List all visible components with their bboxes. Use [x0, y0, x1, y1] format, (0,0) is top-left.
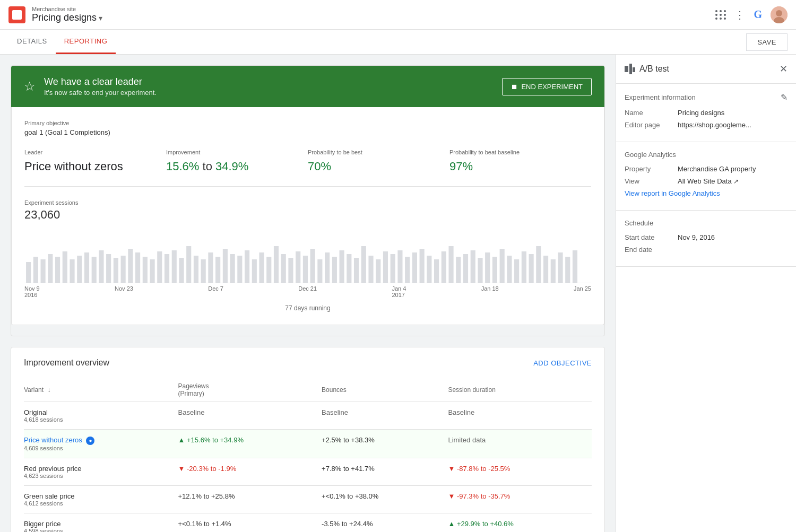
- price-without-zeros-session-duration: Limited data: [448, 430, 592, 458]
- main-layout: ☆ We have a clear leader It's now safe t…: [0, 55, 796, 532]
- user-avatar[interactable]: [771, 6, 788, 23]
- tab-details[interactable]: DETAILS: [8, 30, 56, 54]
- bigger-price-session-duration: ▲ +29.9% to +40.6%: [448, 513, 592, 533]
- svg-rect-7: [55, 257, 60, 283]
- metric-leader-label: Leader: [24, 149, 166, 155]
- svg-rect-39: [288, 258, 293, 283]
- table-row: Red previous price 4,623 sessions ▼ -20.…: [24, 458, 592, 486]
- svg-rect-33: [245, 250, 249, 283]
- svg-rect-16: [121, 256, 126, 283]
- svg-rect-61: [448, 246, 453, 283]
- metric-probability-baseline: Probability to beat baseline 97%: [449, 149, 591, 173]
- ga-view-row: View All Web Site Data ↗: [625, 177, 788, 185]
- variant-original: Original 4,618 sessions: [24, 402, 178, 430]
- app-logo: [8, 6, 25, 23]
- svg-rect-59: [434, 259, 439, 283]
- svg-rect-8: [63, 251, 67, 283]
- schedule-header: Schedule: [625, 219, 788, 227]
- green-sale-bounces: +<0.1% to +38.0%: [322, 486, 448, 513]
- svg-rect-6: [48, 254, 53, 283]
- svg-rect-38: [281, 254, 286, 283]
- metric-prob-best-value: 70%: [308, 160, 449, 173]
- svg-rect-30: [223, 249, 228, 283]
- schedule-section: Schedule Start date Nov 9, 2016 End date: [616, 211, 796, 267]
- info-editor-value: https://shop.googleme...: [678, 121, 788, 129]
- chevron-down-icon[interactable]: ▾: [99, 14, 102, 22]
- svg-rect-21: [157, 251, 162, 283]
- svg-rect-19: [143, 257, 148, 283]
- arrow-down-icon: ▼: [448, 465, 456, 473]
- svg-rect-81: [629, 64, 632, 74]
- improvement-overview-card: Improvement overview ADD OBJECTIVE Varia…: [11, 347, 605, 532]
- leader-banner: ☆ We have a clear leader It's now safe t…: [11, 66, 604, 107]
- chart-label-nov9: Nov 92016: [24, 285, 40, 298]
- svg-rect-66: [485, 252, 490, 283]
- metric-leader: Leader Price without zeros: [24, 149, 166, 173]
- ga-property-label: Property: [625, 165, 678, 173]
- chart-label-dec7: Dec 7: [208, 285, 223, 298]
- svg-rect-42: [310, 249, 315, 283]
- metric-probability-best: Probability to be best 70%: [308, 149, 449, 173]
- sort-icon[interactable]: ↓: [47, 386, 50, 394]
- ga-header: Google Analytics: [625, 151, 788, 159]
- experiment-info-section: Experiment information ✎ Name Pricing de…: [616, 84, 796, 142]
- metric-improvement-label: Improvement: [166, 149, 308, 155]
- add-objective-button[interactable]: ADD OBJECTIVE: [533, 359, 592, 367]
- table-header-row: Variant ↓ Pageviews(Primary) Bounces Ses…: [24, 378, 592, 402]
- info-name-row: Name Pricing designs: [625, 109, 788, 117]
- metric-prob-baseline-label: Probability to beat baseline: [449, 149, 591, 155]
- red-previous-pageviews: ▼ -20.3% to -1.9%: [178, 458, 322, 486]
- col-pageviews: Pageviews(Primary): [178, 378, 322, 402]
- view-ga-report-link[interactable]: View report in Google Analytics: [625, 189, 720, 197]
- svg-rect-76: [558, 252, 563, 283]
- end-experiment-button[interactable]: ⏹ END EXPERIMENT: [502, 78, 592, 95]
- svg-rect-12: [92, 257, 97, 283]
- chart-label-jan4: Jan 42017: [392, 285, 406, 298]
- svg-rect-73: [536, 246, 541, 283]
- bigger-price-bounces: -3.5% to +24.4%: [322, 513, 448, 533]
- sub-navigation: DETAILS REPORTING SAVE: [0, 30, 796, 55]
- more-options-icon[interactable]: ⋮: [734, 8, 745, 21]
- chart-x-labels: Nov 92016 Nov 23 Dec 7 Dec 21 Jan 42017 …: [24, 283, 591, 300]
- experiment-main-card: Primary objective goal 1 (Goal 1 Complet…: [11, 107, 604, 325]
- variant-price-without-zeros: Price without zeros ● 4,609 sessions: [24, 430, 178, 458]
- svg-rect-20: [150, 259, 154, 283]
- red-previous-bounces: +7.8% to +41.7%: [322, 458, 448, 486]
- experiment-info-header: Experiment information ✎: [625, 92, 788, 102]
- metric-improvement: Improvement 15.6% to 34.9%: [166, 149, 308, 173]
- close-icon[interactable]: ✕: [780, 63, 788, 75]
- apps-icon[interactable]: [715, 10, 726, 20]
- primary-objective-value: goal 1 (Goal 1 Completions): [24, 128, 591, 136]
- svg-rect-53: [391, 254, 395, 283]
- svg-rect-75: [551, 259, 556, 283]
- sessions-chart-section: Experiment sessions 23,060: [24, 199, 591, 312]
- variant-green-sale: Green sale price 4,612 sessions: [24, 486, 178, 513]
- col-bounces: Bounces: [322, 378, 448, 402]
- svg-rect-23: [172, 250, 177, 283]
- svg-rect-32: [237, 256, 242, 283]
- svg-rect-60: [442, 251, 446, 283]
- banner-subtitle: It's now safe to end your experiment.: [44, 89, 157, 97]
- ga-title: Google Analytics: [625, 151, 676, 159]
- edit-icon[interactable]: ✎: [781, 92, 788, 102]
- svg-rect-68: [500, 249, 505, 283]
- nav-left: Merchandise site Pricing designs ▾: [8, 6, 102, 23]
- save-button[interactable]: SAVE: [746, 33, 788, 51]
- tab-reporting[interactable]: REPORTING: [56, 30, 116, 54]
- nav-tabs: DETAILS REPORTING: [8, 30, 116, 54]
- chart-label-jan18: Jan 18: [481, 285, 499, 298]
- svg-rect-51: [376, 259, 380, 283]
- svg-rect-82: [633, 67, 635, 72]
- ga-view-label: View: [625, 177, 678, 185]
- original-session-duration: Baseline: [448, 402, 592, 430]
- green-sale-pageviews: +12.1% to +25.8%: [178, 486, 322, 513]
- end-date-label: End date: [625, 246, 678, 254]
- svg-rect-69: [507, 256, 512, 283]
- arrow-up-icon: ▲: [178, 436, 187, 444]
- start-date-value: Nov 9, 2016: [678, 233, 788, 241]
- red-previous-session-duration: ▼ -87.8% to -25.5%: [448, 458, 592, 486]
- svg-rect-41: [303, 256, 308, 283]
- svg-rect-34: [252, 259, 257, 283]
- svg-rect-13: [99, 250, 103, 283]
- external-link-icon[interactable]: ↗: [733, 178, 739, 185]
